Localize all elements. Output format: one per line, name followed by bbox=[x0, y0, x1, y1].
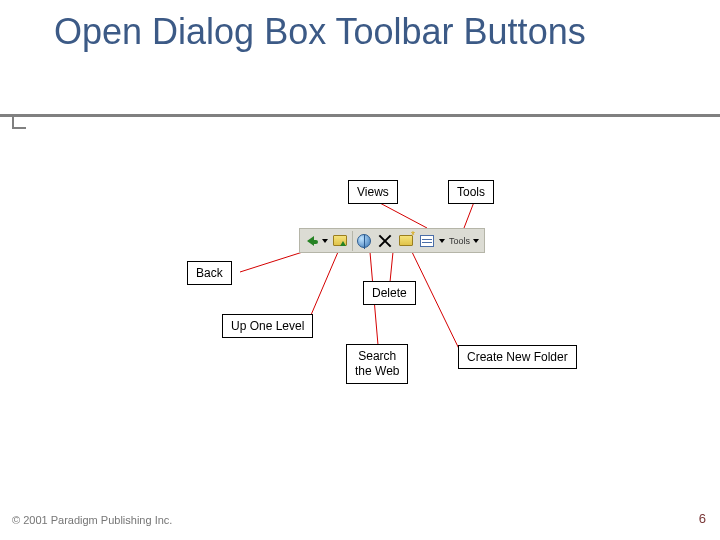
tools-label: Tools bbox=[449, 236, 470, 246]
delete-button[interactable] bbox=[374, 230, 395, 252]
slide: Open Dialog Box Toolbar Buttons Views To… bbox=[0, 0, 720, 540]
footer-copyright: © 2001 Paradigm Publishing Inc. bbox=[12, 514, 172, 526]
footer-page-number: 6 bbox=[699, 511, 706, 526]
callout-search-line1: Search bbox=[358, 349, 396, 363]
callout-new-folder: Create New Folder bbox=[458, 345, 577, 369]
back-dropdown[interactable] bbox=[321, 230, 330, 252]
page-title: Open Dialog Box Toolbar Buttons bbox=[54, 10, 586, 53]
svg-line-3 bbox=[390, 252, 393, 282]
chevron-down-icon bbox=[439, 239, 445, 243]
back-button[interactable] bbox=[300, 230, 321, 252]
chevron-down-icon bbox=[322, 239, 328, 243]
search-web-button[interactable] bbox=[354, 230, 375, 252]
chevron-down-icon bbox=[473, 239, 479, 243]
svg-line-1 bbox=[464, 202, 474, 228]
create-new-folder-button[interactable] bbox=[395, 230, 416, 252]
up-one-level-button[interactable] bbox=[330, 230, 351, 252]
corner-decor bbox=[12, 115, 26, 129]
svg-line-0 bbox=[378, 202, 427, 228]
callout-delete: Delete bbox=[363, 281, 416, 305]
callout-tools: Tools bbox=[448, 180, 494, 204]
callout-search-line2: the Web bbox=[355, 364, 399, 378]
svg-line-2 bbox=[240, 250, 309, 272]
svg-line-6 bbox=[412, 252, 462, 355]
callout-up-one-level: Up One Level bbox=[222, 314, 313, 338]
delete-x-icon bbox=[378, 234, 392, 248]
new-folder-icon bbox=[399, 235, 413, 246]
separator bbox=[352, 231, 353, 251]
open-dialog-toolbar: Tools bbox=[299, 228, 485, 253]
callout-search-web: Search the Web bbox=[346, 344, 408, 384]
callout-views: Views bbox=[348, 180, 398, 204]
title-divider bbox=[0, 114, 720, 117]
tools-menu[interactable]: Tools bbox=[446, 230, 484, 252]
back-arrow-icon bbox=[307, 236, 314, 246]
globe-icon bbox=[357, 234, 371, 248]
views-dropdown[interactable] bbox=[437, 230, 446, 252]
views-button[interactable] bbox=[416, 230, 437, 252]
views-icon bbox=[420, 235, 434, 247]
svg-line-4 bbox=[311, 252, 338, 315]
folder-up-icon bbox=[333, 235, 347, 246]
callout-back: Back bbox=[187, 261, 232, 285]
connector-lines bbox=[0, 0, 720, 540]
